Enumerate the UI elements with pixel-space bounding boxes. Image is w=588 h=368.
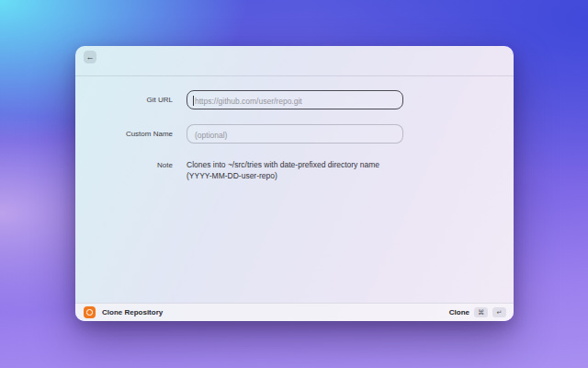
custom-name-row: Custom Name: [75, 124, 514, 144]
note-line-1: Clones into ~/src/tries with date-prefix…: [187, 159, 407, 170]
back-button[interactable]: ←: [84, 51, 96, 63]
ring-glyph: [86, 309, 93, 316]
note-row: Note Clones into ~/src/tries with date-p…: [75, 159, 514, 181]
extension-ring-icon: [84, 306, 96, 318]
custom-name-label: Custom Name: [75, 130, 173, 138]
return-key-icon: ↵: [492, 307, 506, 317]
command-key-icon: ⌘: [474, 307, 488, 317]
extension-name: Clone Repository: [102, 308, 163, 316]
custom-name-input[interactable]: [187, 127, 402, 144]
git-url-row: Git URL: [75, 90, 514, 109]
extension-info: Clone Repository: [84, 306, 163, 318]
clone-repository-window: ← Git URL Custom Name Note Clone: [75, 46, 514, 321]
back-arrow-icon: ←: [86, 52, 95, 62]
git-url-input[interactable]: [187, 93, 402, 110]
clone-action-label: Clone: [449, 308, 469, 316]
note-text: Clones into ~/src/tries with date-prefix…: [187, 159, 407, 181]
note-line-2: (YYYY-MM-DD-user-repo): [187, 170, 407, 181]
git-url-input-wrap: [187, 90, 403, 109]
desktop-background: ← Git URL Custom Name Note Clone: [0, 0, 588, 368]
clone-action-button[interactable]: Clone ⌘ ↵: [449, 307, 506, 317]
window-header[interactable]: ←: [75, 46, 514, 76]
action-bar: Clone Repository Clone ⌘ ↵: [75, 303, 514, 321]
git-url-label: Git URL: [75, 96, 173, 104]
text-caret: [193, 96, 194, 106]
note-label: Note: [75, 159, 173, 169]
form-content: Git URL Custom Name Note Clones into ~/s…: [75, 76, 514, 303]
custom-name-input-wrap: [187, 124, 403, 144]
